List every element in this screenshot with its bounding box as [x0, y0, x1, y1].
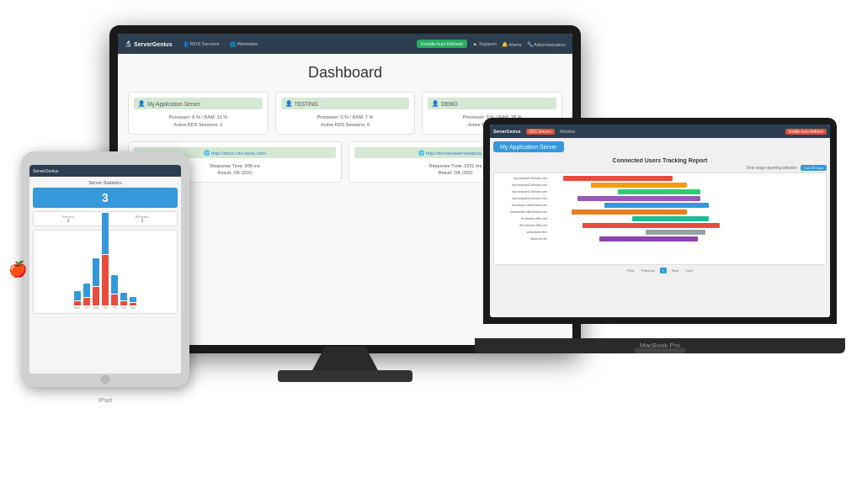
- lap-bar: [646, 230, 706, 235]
- lap-bar-row: hostname2.rdstoolstest.com: [497, 210, 823, 215]
- lap-bar-row: dc2.domain.office.net: [497, 223, 823, 228]
- laptop-content: My Application Server Connected Users Tr…: [490, 138, 830, 317]
- laptop-alert-btn[interactable]: Enable Auto Refresh: [785, 129, 827, 135]
- laptop-lid: ServerGenius RDS Servers Websites Enable…: [483, 118, 837, 324]
- laptop-label: MacBook Pro: [640, 342, 680, 349]
- lap-bar-label: dc.domain.office.net: [497, 217, 547, 220]
- laptop-navbar: ServerGenius RDS Servers Websites Enable…: [490, 125, 830, 138]
- lap-bar-container: [550, 223, 823, 228]
- ipad-navbar: ServerGenius: [29, 165, 181, 177]
- lap-bar: [604, 203, 709, 208]
- lap-bar-row: workstation.dns: [497, 230, 823, 235]
- ipad-bar-col: Thu: [102, 213, 109, 310]
- ipad-bar-seg-blue: [111, 275, 118, 294]
- ipad-chart-title: Server Statistics: [33, 180, 178, 185]
- lap-bar-label: hostname.rdstoolstest.com: [497, 204, 547, 207]
- lap-bar-label: my.computer.domain.com: [497, 177, 547, 180]
- lap-page-btn[interactable]: Previous: [639, 268, 657, 273]
- ipad-brand: ServerGenius: [33, 168, 59, 173]
- ipad-bar-seg-blue: [130, 297, 136, 301]
- lap-bar-row: my.computer4.domain.com: [497, 196, 823, 201]
- laptop-time-range: Time range reporting selection Last 30 d…: [493, 166, 827, 170]
- card-testing-header: 👤 TESTING: [281, 98, 410, 109]
- ipad-bar-x-label: Thu: [103, 306, 108, 310]
- ipad-bar-col: Mon: [74, 291, 81, 310]
- laptop-nav-rds-tab[interactable]: RDS Servers: [526, 129, 555, 135]
- monitor-base: [278, 370, 412, 382]
- support-menu[interactable]: ▲ Support: [472, 41, 497, 46]
- lap-bar: [572, 210, 687, 215]
- card-testing-sessions: Active RDS Sessions: 0: [281, 121, 410, 129]
- lap-bar: [618, 189, 700, 194]
- lap-page-btn[interactable]: Next: [669, 268, 681, 273]
- ipad-bar-seg-red: [111, 294, 118, 305]
- lap-page-btn[interactable]: 1: [660, 268, 667, 273]
- ipad: 🍎 ServerGenius Server Statistics 3 Serve…: [21, 151, 189, 387]
- lap-bar-row: dc.domain.office.net: [497, 216, 823, 221]
- lap-bar-container: [550, 189, 823, 194]
- lap-bar-container: [550, 196, 823, 201]
- lap-bar-label: rdsserver.rdx: [497, 237, 547, 241]
- ipad-bar-seg-blue: [74, 291, 81, 300]
- ipad-screen: ServerGenius Server Statistics 3 Servers…: [29, 165, 181, 374]
- ipad-bar-seg-red: [83, 298, 90, 305]
- ipad-body: 🍎 ServerGenius Server Statistics 3 Serve…: [21, 151, 189, 387]
- ipad-bar-col: Fri: [111, 275, 118, 310]
- ipad-bar-x-label: Sat: [121, 306, 125, 310]
- card-app-server[interactable]: 👤 My Application Server Processor: 8 % /…: [128, 92, 269, 135]
- card-demo-header: 👤 DEMO: [428, 98, 556, 109]
- ipad-bar-seg-blue: [93, 258, 99, 286]
- laptop-report-title: Connected Users Tracking Report: [493, 157, 827, 163]
- refresh-button[interactable]: Enable Auto Refresh: [417, 40, 467, 48]
- lap-bar-label: my.computer2.domain.com: [497, 183, 547, 187]
- lap-bar: [577, 196, 700, 201]
- laptop-bars: my.computer.domain.commy.computer2.domai…: [497, 176, 823, 241]
- lap-bar-container: [550, 230, 823, 235]
- lap-bar-row: hostname.rdstoolstest.com: [497, 203, 823, 208]
- laptop: ServerGenius RDS Servers Websites Enable…: [483, 118, 837, 353]
- ipad-bar-seg-red: [74, 301, 81, 305]
- monitor-navbar: 🔬 ServerGenius 👤 RDS Servers 🌐 Websites …: [118, 34, 572, 54]
- monitor-nav-right: Enable Auto Refresh ▲ Support 🔔 Alerts 🔧…: [417, 40, 566, 48]
- card-app-server-header: 👤 My Application Server: [134, 98, 263, 109]
- lap-bar: [563, 176, 673, 181]
- card-app-server-processor: Processor: 8 % / RAM: 11 %: [134, 114, 263, 121]
- laptop-nav-right: Enable Auto Refresh: [785, 129, 827, 135]
- alerts-menu[interactable]: 🔔 Alerts: [502, 41, 522, 47]
- ipad-bar-x-label: Mon: [75, 306, 81, 310]
- lap-bar-container: [550, 176, 823, 181]
- ipad-bar-seg-red: [93, 287, 99, 305]
- ipad-metric-value: 3: [33, 188, 178, 208]
- lap-page-btn[interactable]: Last: [684, 268, 695, 273]
- lap-bar-label: my.computer3.domain.com: [497, 190, 547, 194]
- scene: 🔬 ServerGenius 👤 RDS Servers 🌐 Websites …: [0, 0, 862, 504]
- laptop-server-title[interactable]: My Application Server: [493, 141, 564, 152]
- lap-page-btn[interactable]: First: [625, 268, 636, 273]
- admin-menu[interactable]: 🔧 Administration: [527, 41, 566, 47]
- ipad-stat-servers: Servers 3: [33, 211, 104, 226]
- ipad-bar-col: Sun: [130, 297, 136, 310]
- ipad-bar-seg-blue: [102, 213, 109, 254]
- lap-bar-row: my.computer.domain.com: [497, 176, 823, 181]
- lap-bar-container: [550, 236, 823, 241]
- dashboard-title: Dashboard: [128, 64, 562, 82]
- ipad-bar-seg-red: [120, 301, 127, 305]
- lap-bar-container: [550, 203, 823, 208]
- ipad-bar-x-label: Fri: [113, 306, 116, 310]
- lap-bar-label: hostname2.rdstoolstest.com: [497, 210, 547, 214]
- laptop-brand: ServerGenius: [493, 129, 521, 134]
- card-testing[interactable]: 👤 TESTING Processor: 0 % / RAM: 7 % Acti…: [275, 92, 416, 135]
- ipad-bar-seg-blue: [120, 293, 127, 300]
- ipad-home-button[interactable]: [101, 375, 109, 384]
- ipad-bar-x-label: Sun: [130, 306, 136, 310]
- ipad-bar-x-label: Wed: [93, 306, 98, 310]
- ipad-bar-col: Tue: [83, 284, 90, 310]
- lap-bar-row: rdsserver.rdx: [497, 236, 823, 241]
- lap-bar: [583, 223, 720, 228]
- card-app-server-sessions: Active RDS Sessions: 1: [134, 121, 263, 129]
- laptop-nav-websites[interactable]: Websites: [560, 130, 575, 134]
- laptop-chart-area: my.computer.domain.commy.computer2.domai…: [493, 172, 827, 265]
- monitor-nav-websites[interactable]: 🌐 Websites: [230, 41, 258, 47]
- monitor-nav-rds[interactable]: 👤 RDS Servers: [183, 41, 220, 47]
- lap-bar: [591, 183, 687, 188]
